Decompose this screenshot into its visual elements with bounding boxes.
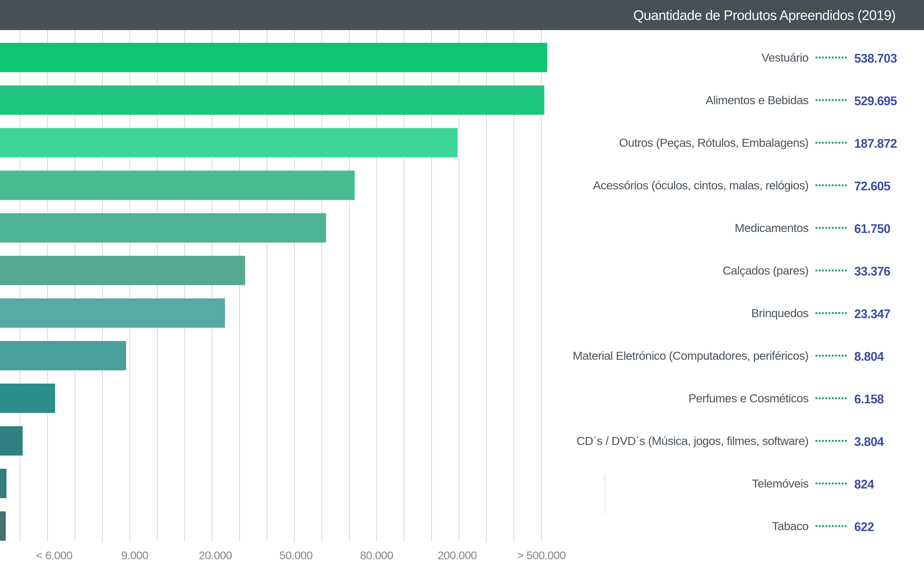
category-label: Medicamentos	[734, 221, 808, 235]
category-label: Material Eletrónico (Computadores, perif…	[573, 349, 808, 362]
legend-row-brinquedos: Brinquedos 23.347	[0, 298, 924, 328]
legend-row-cds-dvds: CD´s / DVD´s (Música, jogos, filmes, sof…	[0, 426, 924, 456]
category-label: Calçados (pares)	[723, 264, 808, 277]
x-tick-gt-500000: > 500.000	[517, 549, 566, 562]
category-label: Telemóveis	[752, 477, 808, 490]
value-label: 622	[854, 520, 898, 534]
category-label: Vestuário	[762, 51, 808, 64]
dot-leader	[815, 142, 848, 144]
legend-row-telemoveis: Telemóveis 824	[0, 469, 924, 498]
dot-leader	[815, 354, 848, 357]
legend-row-alimentos-e-bebidas: Alimentos e Bebidas 529.695	[0, 86, 924, 115]
category-label: Brinquedos	[751, 306, 808, 320]
dot-leader	[815, 227, 848, 229]
x-tick-80000: 80.000	[360, 549, 393, 562]
bar-chart: Vestuário 538.703 Alimentos e Bebidas 52…	[0, 30, 924, 585]
dot-leader	[815, 397, 848, 400]
category-label: Perfumes e Cosméticos	[688, 392, 808, 405]
value-label: 23.347	[854, 307, 898, 321]
category-label: Tabaco	[772, 519, 808, 533]
dot-leader	[815, 482, 848, 485]
value-label: 61.750	[854, 221, 898, 236]
x-tick-lt-6000: < 6.000	[36, 549, 72, 562]
faint-line-artifact	[604, 474, 606, 514]
infographic: Quantidade de Produtos Apreendidos (2019…	[0, 0, 924, 585]
category-label: CD´s / DVD´s (Música, jogos, filmes, sof…	[576, 434, 808, 448]
category-label: Outros (Peças, Rótulos, Embalagens)	[619, 136, 808, 149]
dot-leader	[815, 440, 848, 442]
category-label: Alimentos e Bebidas	[706, 93, 808, 107]
dot-leader	[815, 184, 848, 187]
value-label: 72.605	[854, 179, 898, 193]
dot-leader	[815, 525, 848, 527]
category-label: Acessórios (óculos, cintos, malas, relóg…	[593, 178, 808, 192]
value-label: 529.695	[854, 94, 898, 108]
chart-title: Quantidade de Produtos Apreendidos (2019…	[633, 7, 924, 23]
header-bar: Quantidade de Produtos Apreendidos (2019…	[0, 0, 924, 30]
dot-leader	[815, 269, 848, 272]
value-label: 538.703	[854, 51, 898, 66]
value-label: 3.804	[854, 435, 898, 449]
legend-row-perfumes-e-cosmeticos: Perfumes e Cosméticos 6.158	[0, 383, 924, 413]
legend-row-outros: Outros (Peças, Rótulos, Embalagens) 187.…	[0, 128, 924, 157]
value-label: 8.804	[854, 349, 898, 364]
value-label: 824	[854, 477, 898, 491]
legend-row-vestuario: Vestuário 538.703	[0, 43, 924, 72]
x-tick-200000: 200.000	[438, 549, 477, 562]
value-label: 187.872	[854, 136, 898, 150]
x-tick-9000: 9.000	[121, 549, 148, 562]
dot-leader	[815, 312, 848, 314]
legend-row-material-eletronico: Material Eletrónico (Computadores, perif…	[0, 341, 924, 370]
value-label: 6.158	[854, 392, 898, 406]
legend-row-medicamentos: Medicamentos 61.750	[0, 213, 924, 243]
value-label: 33.376	[854, 264, 898, 278]
x-tick-50000: 50.000	[279, 549, 313, 562]
legend-row-acessorios: Acessórios (óculos, cintos, malas, relóg…	[0, 170, 924, 200]
x-tick-20000: 20.000	[199, 549, 232, 562]
dot-leader	[815, 99, 848, 101]
dot-leader	[815, 56, 848, 59]
legend-row-tabaco: Tabaco 622	[0, 511, 924, 541]
legend-row-calcados: Calçados (pares) 33.376	[0, 256, 924, 285]
